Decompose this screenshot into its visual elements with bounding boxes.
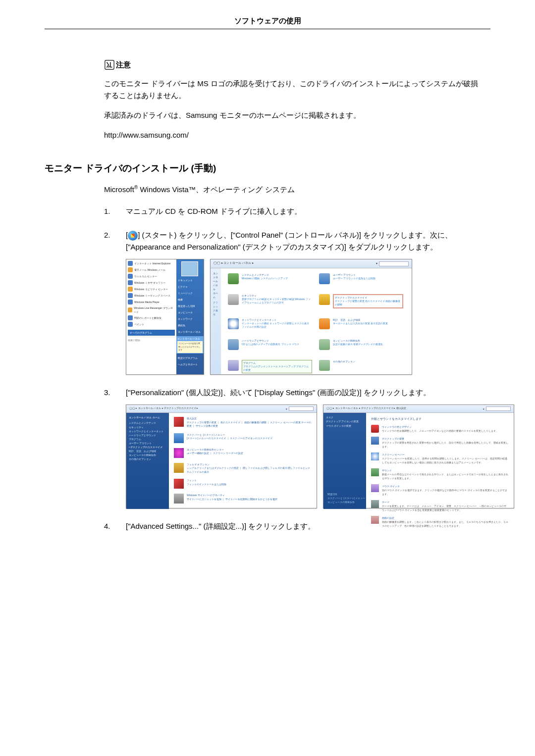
cp-category: ネットワークとインターネットインターネットへの接続 ネットワークの状態とタスクの… [228,318,312,329]
category-icon [319,360,330,371]
start-search: 検索の開始 [128,337,175,342]
item-icon [371,437,379,445]
category-icon [319,294,330,305]
category-icon [228,318,239,329]
screenshot-appearance: ◯◯ ▸ コントロール パネル ▸ デスクトップのカスタマイズ ▸ ▾ コントロ… [126,404,317,508]
category-sub: キーボードまたは入力方法の変更 表示言語の変更 [333,322,388,325]
start-right-item: コントロール パネルコンピュータの設定を変更したりカスタマイズします [176,336,204,353]
app-label: インターネット Internet Explorer [134,261,170,265]
item-icon [371,500,379,508]
start-menu-item: ウェルカム センター [128,274,175,279]
breadcrumb: ▸ コントロール パネル ▸ [221,261,254,264]
item-sub: シングルクリックまたはダブルクリックの指定 ｜ 隠しファイルおよび隠しフォルダの… [187,466,312,474]
category-sub: 設定の提案の表示 視覚ディスプレイの最適化 [333,343,383,346]
item-title: 画面の設定 [382,516,509,520]
side-link: 時計、言語、および地域 [129,450,166,454]
item-sub: 別のマウス ポインタを選択できます。クリックや選択などの動作中にマウス ポインタ… [382,488,509,496]
item-sub: テーマを変更します。テーマとは、メニュー、アイコン、背景、スクリーン セーバー、… [382,504,509,512]
app-icon [128,287,133,292]
app-label: ウェルカム センター [134,274,157,278]
item-icon [371,453,379,460]
category-sub: インターネットへの接続 ネットワークの状態とタスクの表示 ファイルの共有の設定 [242,322,312,329]
personalization-item: テーマテーマを変更します。テーマとは、メニュー、アイコン、背景、スクリーン セー… [371,500,509,512]
item-sub: スクリーン セーバーを変更したり、使用する時間を調整したりします。スクリーン セ… [382,456,509,464]
category-title: デスクトップのカスタマイズ [335,296,401,300]
note-url: http://www.samsung.com/ [104,129,481,141]
app-label: 電子メール Windows メール [134,268,165,272]
start-menu-item: Windows Live Messenger ダウンロード [128,306,175,314]
side-link: タスク [326,416,364,420]
start-menu-item: 電子メール Windows メール [128,267,175,272]
start-right-item: ヘルプとサポート [178,362,202,366]
start-menu-item: 問題のレポートと解決策 [128,315,175,320]
step-text: ["Personalization" (個人設定)]、続いて ["Display… [126,388,430,397]
side-head: コントロール パネル ホーム [129,416,166,420]
app-label: Windows ミキサ ギャラリー [134,281,165,285]
item-sub: ウィンドウの色を微調整したり、メニューやアイコンなどの画面の要素のスタイルを変更… [382,429,498,433]
appearance-item: フォントフォントのインストールまたは削除 [174,479,312,489]
item-sub: ユーザー補助の設定 ｜ スクリーン リーダーの設定 [187,452,243,455]
start-orb-icon [128,231,138,241]
note-text-1: このモニター ドライバーは MS ロゴの承認を受けており、このドライバのインスト… [104,78,481,101]
note-block: 注意 このモニター ドライバーは MS ロゴの承認を受けており、このドライバのイ… [104,59,481,141]
app-label: Windows Live Messenger ダウンロード [134,306,174,314]
item-sub: 画面の解像度を調整します。これにより表示の鮮明さが変わります。また、モニタのちら… [382,520,509,528]
category-title: その他のオプション [333,360,355,363]
category-title: セキュリティ [242,294,312,298]
start-right-item: ミュージック [178,291,202,295]
cp-category: ハードウェアとサウンドCD または他のメディアの自動再生 プリンタ マウス [228,339,312,350]
appearance-item: Windows サイドバーのプロパティサイドバーにガジェットを追加 ｜ サイドバ… [174,494,312,504]
app-icon [128,267,133,272]
item-title: テーマ [382,500,509,504]
cp-side-title: コントロール パネル ホーム [213,271,218,299]
category-sub: Windows の開始 システムのバックアップ [242,277,288,280]
app-icon [128,261,133,266]
item-sub: デスクトップの背景を用意された背景や色から選択したり、自分で用意した画像を使用し… [382,441,509,449]
screenshot-personalization: ◯◯ ▸ コントロール パネル ▸ デスクトップのカスタマイズ ▸ 個人設定 ▾… [323,404,514,508]
item-title: タスク バーと [スタート] メニュー [187,433,272,437]
item-title: スクリーン セーバー [382,453,509,456]
item-title: 個人設定 [187,417,312,421]
cp-category: デスクトップのカスタマイズデスクトップの背景の変更 色のカスタマイズ 画面の解像… [319,294,403,308]
app-label: ペイント [134,322,144,326]
page-header: ソフトウェアの使用 [45,15,490,29]
side-link: デスクトップ アイコンの変更 [326,420,364,424]
step-number: 1. [104,205,116,217]
item-icon [371,468,379,476]
category-sub: ユーザー アカウントの追加または削除 [333,277,375,280]
side-link: マウス ポインタの変更 [326,424,364,428]
start-right-item: 接続先 [178,323,202,327]
side-link: セキュリティ [129,426,166,430]
category-title: プログラム [243,361,311,365]
start-right-item: ネットワーク [178,317,202,321]
side-link: ハードウェアとサウンド [129,434,166,438]
svg-rect-0 [105,60,114,69]
page-header-title: ソフトウェアの使用 [234,16,301,25]
personalization-item: 画面の設定画面の解像度を調整します。これにより表示の鮮明さが変わります。また、モ… [371,516,509,528]
item-icon [174,479,184,489]
category-icon [228,360,239,371]
side-link: コンピュータの簡単操作 [129,454,166,457]
search-box [486,406,511,411]
app-label: 問題のレポートと解決策 [134,316,161,320]
category-title: コンピュータの簡単操作 [333,339,383,343]
start-menu-item: Windows ミキサ ギャラリー [128,280,175,285]
app-icon [128,300,133,304]
category-icon [228,339,239,350]
item-sub: フォントのインストールまたは削除 [187,483,226,487]
start-right-item: ピクチャ [178,285,202,289]
personalization-item: デスクトップの背景デスクトップの背景を用意された背景や色から選択したり、自分で用… [371,437,509,449]
appearance-item: コンピュータの簡単操作センターユーザー補助の設定 ｜ スクリーン リーダーの設定 [174,448,312,458]
item-icon [174,433,184,443]
side-link: プログラム [129,438,166,442]
app-icon [128,315,133,320]
cp-category: システムとメンテナンスWindows の開始 システムのバックアップ [228,273,312,284]
app-label: Windows モビリティ センター [134,287,168,291]
cp-category: コンピュータの簡単操作設定の提案の表示 視覚ディスプレイの最適化 [319,339,403,350]
app-label: Windows Media Player [134,300,160,304]
step-3: 3. ["Personalization" (個人設定)]、続いて ["Disp… [104,387,481,508]
screenshot-control-panel: ◯◯ ▸ コントロール パネル ▸ ▾ コントロール パネル ホーム クラシック… [210,259,412,375]
app-icon [128,274,133,279]
step-2: 2. [] (スタート) をクリックし、["Control Panel" (コン… [104,229,481,375]
personalization-item: スクリーン セーバースクリーン セーバーを変更したり、使用する時間を調整したりし… [371,453,509,464]
